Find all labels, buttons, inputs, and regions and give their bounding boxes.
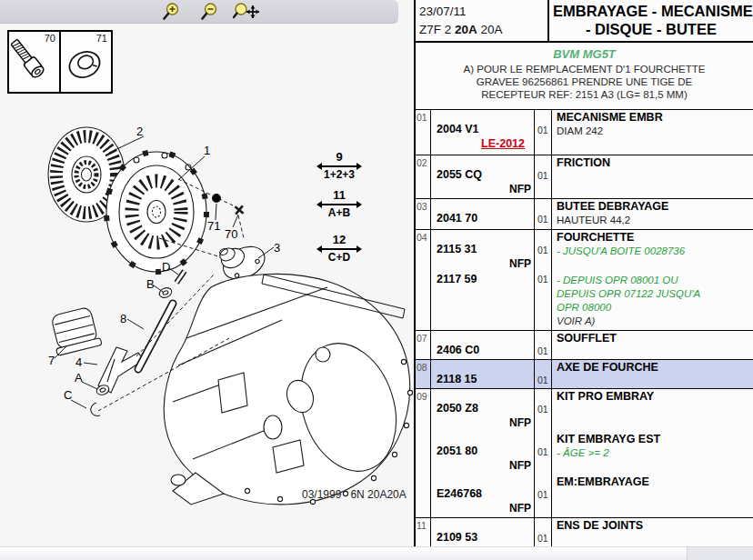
diagram-caption: 03/1999 6N 20A20A (302, 488, 407, 501)
part-block: 2115 31NFP01FOURCHETTE- JUSQU'A BOITE 00… (431, 230, 753, 273)
description-line: VOIR A) (557, 315, 751, 328)
double-arrow-icon (318, 248, 360, 250)
row-index: 11 (416, 518, 431, 546)
nfp-flag: NFP (437, 182, 532, 196)
part-cell: 2115 31NFP (431, 230, 535, 273)
table-row[interactable]: 082118 1501AXE DE FOURCHE (416, 360, 753, 389)
nfp-flag: NFP (437, 256, 532, 271)
part-reference: 2051 80 (437, 445, 532, 458)
table-row[interactable]: 042115 31NFP01FOURCHETTE- JUSQU'A BOITE … (416, 230, 753, 331)
parts-table-panel: 23/07/11 Z7F 2 20A 20A EMBRAYAGE - MECAN… (414, 0, 753, 546)
part-cell: 2050 Z8NFP (431, 389, 535, 432)
row-index: 09 (416, 389, 431, 517)
diagram-label-boot: 7 (48, 354, 55, 367)
legend-item: 11 A+B (315, 189, 364, 219)
diagram-label-pin: 71 (207, 219, 220, 233)
legend-item: 9 1+2+3 (315, 151, 364, 181)
description-line: OPR 08000 (557, 301, 751, 315)
description-title: FOURCHETTE (557, 231, 751, 245)
quantity-cell: 01 (535, 432, 552, 475)
legend-number: 12 (315, 234, 364, 246)
nfp-flag: NFP (437, 501, 532, 515)
description-title: SOUFFLET (557, 332, 751, 345)
diagram-label-disc: 2 (136, 125, 143, 138)
catalog-page: 70 (0, 0, 753, 560)
row-main: 2406 C001SOUFFLET (431, 331, 753, 359)
description-title: KIT EMBRAYG EST (557, 433, 751, 446)
header-title-cell: EMBRAYAGE - MECANISME - DISQUE - BUTEE (549, 0, 753, 41)
part-block: 2117 5901- DEPUIS OPR 08001 OUDEPUIS OPR… (431, 273, 753, 330)
note-line: GRAVEE 96256861 PRENDRE UNE TIGE DE (416, 75, 753, 88)
header-date-cell: 23/07/11 Z7F 2 20A 20A (416, 0, 549, 41)
row-index: 02 (416, 155, 431, 198)
row-main: 2118 1501AXE DE FOURCHE (431, 360, 753, 388)
description-title: EM:EMBRAYAGE (557, 475, 751, 489)
parts-table: 012004 V1LE-201201MECANISME EMBRDIAM 242… (416, 110, 753, 546)
description-line: - DEPUIS OPR 08001 OU (557, 274, 751, 287)
description-cell: SOUFFLET (552, 331, 753, 359)
table-row[interactable]: 072406 C001SOUFFLET (416, 331, 753, 360)
table-row[interactable]: 092050 Z8NFP01KIT PRO EMBRAY2051 80NFP01… (416, 389, 753, 518)
table-row[interactable]: 032041 7001BUTEE DEBRAYAGEHAUTEUR 44,2 (416, 199, 753, 230)
part-block: 2109 5301ENS DE JOINTS (431, 518, 753, 546)
table-row[interactable]: 012004 V1LE-201201MECANISME EMBRDIAM 242 (416, 110, 753, 155)
part-cell: E246768NFP (431, 475, 535, 517)
part-reference: 2118 15 (437, 373, 532, 386)
row-index: 04 (416, 230, 431, 330)
gearbox-model: BVM MG5T (416, 47, 753, 61)
page-title-line2: - DISQUE - BUTEE (549, 21, 753, 38)
diagram-label-shaft: 8 (120, 312, 126, 325)
note-area: BVM MG5T A) POUR LE REMPLACEMENT D'1 FOU… (416, 43, 753, 110)
scrollbar-segment[interactable] (687, 547, 753, 560)
description-line: - ÂGE >= 2 (557, 446, 751, 460)
description-title: FRICTION (557, 156, 751, 170)
row-main: 2041 7001BUTEE DEBRAYAGEHAUTEUR 44,2 (431, 199, 753, 229)
code-suffix: 20A (477, 23, 503, 36)
description-cell: ENS DE JOINTS (552, 518, 753, 546)
part-cell: 2055 CQNFP (431, 155, 535, 198)
row-main: 2055 CQNFP01FRICTION (431, 155, 753, 198)
table-row[interactable]: 112109 5301ENS DE JOINTS (416, 518, 753, 546)
part-cell: 2004 V1LE-2012 (431, 110, 535, 155)
legend-number: 9 (315, 151, 364, 164)
double-arrow-icon (318, 204, 360, 205)
row-main: 2050 Z8NFP01KIT PRO EMBRAY2051 80NFP01KI… (431, 389, 753, 517)
row-index: 01 (416, 110, 431, 155)
bottom-scrollbar[interactable] (0, 546, 753, 560)
part-block: 2406 C001SOUFFLET (431, 331, 753, 359)
part-reference: E246768 (437, 487, 532, 501)
quantity-cell: 01 (535, 331, 552, 359)
quantity-cell: 01 (535, 475, 552, 517)
description-title: ENS DE JOINTS (557, 519, 751, 533)
description-cell: FOURCHETTE- JUSQU'A BOITE 0028736 (552, 230, 753, 273)
code-prefix: Z7F 2 (419, 23, 455, 36)
note-line: RECEPTEUR REF: 2151 A3 (LG= 81,5 MM) (416, 88, 753, 101)
quantity-cell: 01 (535, 155, 552, 198)
catalog-date: 23/07/11 (419, 3, 547, 21)
row-main: 2004 V1LE-201201MECANISME EMBRDIAM 242 (431, 110, 753, 155)
part-reference: 2406 C0 (437, 344, 532, 357)
description-line: DIAM 242 (557, 125, 751, 138)
description-cell: KIT EMBRAYG EST- ÂGE >= 2 (552, 432, 753, 475)
le2012-link[interactable]: LE-2012 (437, 136, 532, 151)
part-block: 2041 7001BUTEE DEBRAYAGEHAUTEUR 44,2 (431, 199, 753, 229)
table-row[interactable]: 022055 CQNFP01FRICTION (416, 155, 753, 199)
description-title: MECANISME EMBR (557, 111, 751, 125)
nfp-flag: NFP (437, 458, 532, 473)
part-reference: 2055 CQ (437, 168, 532, 182)
diagram-label-bearing: 3 (274, 241, 280, 255)
page-title-line1: EMBRAYAGE - MECANISME (549, 0, 753, 20)
description-line: DEPUIS OPR 07122 JUSQU'A (557, 287, 751, 301)
part-cell: 2118 15 (431, 360, 535, 388)
part-reference: 2050 Z8 (437, 402, 532, 415)
description-cell: BUTEE DEBRAYAGEHAUTEUR 44,2 (552, 199, 753, 229)
description-cell: EM:EMBRAYAGE (552, 475, 753, 517)
description-title: AXE DE FOURCHE (557, 361, 751, 375)
row-index: 03 (416, 199, 431, 229)
part-block: E246768NFP01EM:EMBRAYAGE (431, 475, 753, 517)
part-cell: 2117 59 (431, 273, 535, 330)
description-line: - JUSQU'A BOITE 0028736 (557, 245, 751, 258)
description-line: HAUTEUR 44,2 (557, 214, 751, 227)
part-block: 2051 80NFP01KIT EMBRAYG EST- ÂGE >= 2 (431, 432, 753, 475)
part-reference: 2004 V1 (437, 123, 532, 136)
